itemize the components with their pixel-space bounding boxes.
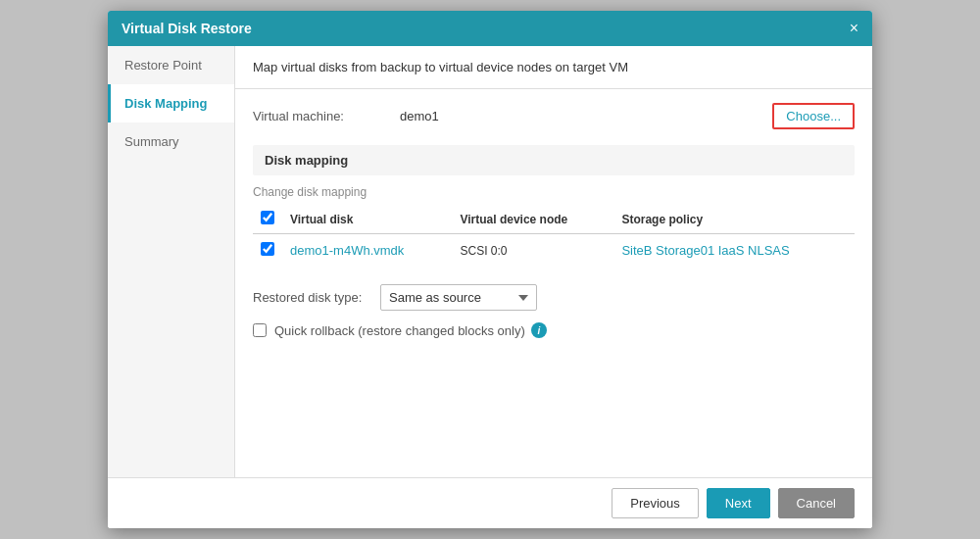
- restore-type-label: Restored disk type:: [253, 290, 380, 305]
- restore-type-select[interactable]: Same as source Thin Thick: [380, 284, 537, 311]
- vm-row: Virtual machine: demo1 Choose...: [253, 103, 855, 129]
- content-body: Virtual machine: demo1 Choose... Disk ma…: [235, 89, 872, 477]
- next-button[interactable]: Next: [707, 488, 770, 518]
- disk-table: Virtual disk Virtual device node Storage…: [253, 205, 855, 267]
- close-button[interactable]: ×: [850, 21, 858, 36]
- sidebar-item-restore-point[interactable]: Restore Point: [108, 46, 234, 84]
- quick-rollback-row: Quick rollback (restore changed blocks o…: [253, 322, 855, 338]
- cancel-button[interactable]: Cancel: [778, 488, 855, 518]
- previous-button[interactable]: Previous: [612, 488, 699, 518]
- change-mapping-label: Change disk mapping: [253, 185, 855, 199]
- sidebar-item-summary[interactable]: Summary: [108, 122, 234, 161]
- virtual-disk-link[interactable]: demo1-m4Wh.vmdk: [290, 243, 404, 258]
- header-check: [253, 205, 282, 234]
- row-checkbox[interactable]: [261, 242, 274, 256]
- dialog-body: Restore Point Disk Mapping Summary Map v…: [108, 46, 872, 477]
- quick-rollback-checkbox[interactable]: [253, 323, 267, 337]
- info-icon[interactable]: i: [531, 322, 547, 338]
- row-virtual-device-node: SCSI 0:0: [452, 234, 613, 268]
- storage-policy-value: SiteB Storage01 IaaS NLSAS: [621, 243, 789, 258]
- dialog-title: Virtual Disk Restore: [122, 21, 252, 36]
- dialog-footer: Previous Next Cancel: [108, 477, 872, 528]
- restore-type-row: Restored disk type: Same as source Thin …: [253, 284, 855, 311]
- quick-rollback-label: Quick rollback (restore changed blocks o…: [274, 323, 525, 338]
- header-checkbox[interactable]: [261, 211, 274, 224]
- sidebar: Restore Point Disk Mapping Summary: [108, 46, 235, 477]
- disk-mapping-title: Disk mapping: [265, 153, 348, 168]
- choose-button[interactable]: Choose...: [772, 103, 855, 129]
- row-storage-policy: SiteB Storage01 IaaS NLSAS: [613, 234, 855, 268]
- content-header: Map virtual disks from backup to virtual…: [235, 46, 872, 89]
- sidebar-item-disk-mapping[interactable]: Disk Mapping: [108, 84, 234, 122]
- col-storage-policy: Storage policy: [613, 205, 855, 234]
- vm-value: demo1: [380, 109, 772, 123]
- table-row: demo1-m4Wh.vmdk SCSI 0:0 SiteB Storage01…: [253, 234, 855, 268]
- col-virtual-disk: Virtual disk: [282, 205, 452, 234]
- row-virtual-disk: demo1-m4Wh.vmdk: [282, 234, 452, 268]
- row-check-cell: [253, 234, 282, 268]
- table-header-row: Virtual disk Virtual device node Storage…: [253, 205, 855, 234]
- virtual-disk-restore-dialog: Virtual Disk Restore × Restore Point Dis…: [108, 11, 872, 528]
- content-area: Map virtual disks from backup to virtual…: [235, 46, 872, 477]
- vm-label: Virtual machine:: [253, 109, 380, 123]
- col-virtual-device-node: Virtual device node: [452, 205, 613, 234]
- dialog-header: Virtual Disk Restore ×: [108, 11, 872, 46]
- disk-mapping-section: Disk mapping: [253, 145, 855, 175]
